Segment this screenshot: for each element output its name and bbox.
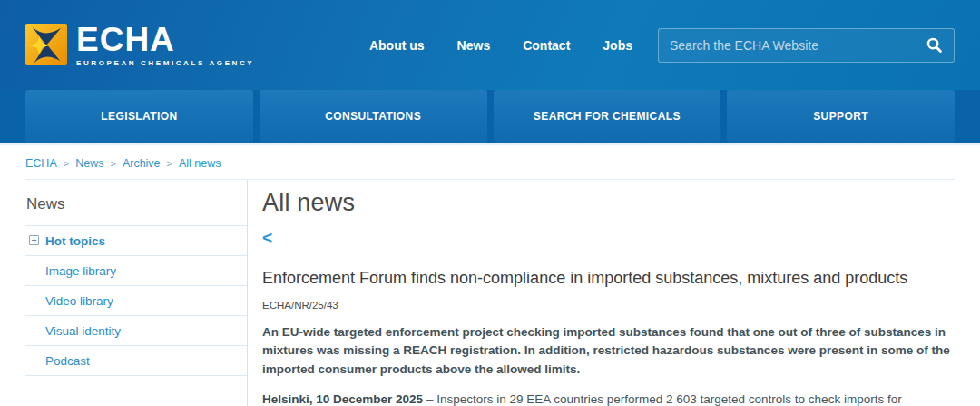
breadcrumb-separator: > — [167, 158, 172, 169]
sidebar-item-image-library[interactable]: Image library — [25, 256, 247, 286]
breadcrumb-all-news[interactable]: All news — [179, 157, 221, 170]
search-button[interactable] — [924, 35, 945, 55]
article-body-paragraph: Helsinki, 10 December 2025 – Inspectors … — [262, 391, 955, 406]
breadcrumb: ECHA > News > Archive > All news — [0, 145, 980, 179]
logo-text: ECHA EUROPEAN CHEMICALS AGENCY — [76, 25, 254, 66]
breadcrumb-separator: > — [110, 158, 115, 169]
site-search — [658, 28, 955, 63]
search-icon — [926, 36, 943, 54]
sidebar-link-video-library[interactable]: Video library — [45, 294, 113, 308]
nav-button-support[interactable]: SUPPORT — [727, 90, 955, 143]
sidebar-item-visual-identity[interactable]: Visual identity — [25, 316, 247, 346]
sidebar-link-visual-identity[interactable]: Visual identity — [45, 324, 121, 338]
article-dateline: Helsinki, 10 December 2025 — [262, 392, 423, 406]
sidebar-title: News — [25, 180, 247, 226]
top-nav-contact[interactable]: Contact — [523, 38, 570, 53]
nav-button-legislation[interactable]: LEGISLATION — [25, 90, 253, 143]
breadcrumb-news[interactable]: News — [75, 157, 103, 170]
news-sidebar: News + Hot topics Image library Video li… — [25, 180, 248, 406]
main-nav: LEGISLATION CONSULTATIONS SEARCH FOR CHE… — [0, 90, 980, 143]
search-input[interactable] — [670, 38, 924, 53]
top-nav-news[interactable]: News — [457, 38, 491, 53]
top-nav-jobs[interactable]: Jobs — [603, 38, 632, 53]
top-nav: About us News Contact Jobs — [369, 38, 632, 53]
echa-logo[interactable]: ECHA EUROPEAN CHEMICALS AGENCY — [25, 24, 254, 67]
breadcrumb-archive[interactable]: Archive — [122, 157, 161, 170]
nav-button-consultations[interactable]: CONSULTATIONS — [260, 90, 487, 143]
logo-tagline: EUROPEAN CHEMICALS AGENCY — [76, 60, 254, 67]
site-header: ECHA EUROPEAN CHEMICALS AGENCY About us … — [0, 0, 980, 90]
sidebar-item-podcast[interactable]: Podcast — [25, 346, 247, 376]
article-reference: ECHA/NR/25/43 — [262, 300, 955, 311]
breadcrumb-echa[interactable]: ECHA — [25, 157, 57, 170]
sidebar-link-image-library[interactable]: Image library — [45, 264, 116, 278]
sidebar-item-hot-topics[interactable]: + Hot topics — [25, 226, 247, 256]
breadcrumb-separator: > — [64, 158, 69, 169]
echa-star-icon — [25, 24, 67, 65]
sidebar-link-podcast[interactable]: Podcast — [45, 354, 90, 368]
top-nav-about-us[interactable]: About us — [369, 38, 425, 53]
back-chevron-icon[interactable]: < — [262, 229, 272, 246]
main-content: All news < Enforcement Forum finds non-c… — [248, 180, 955, 406]
nav-button-search-for-chemicals[interactable]: SEARCH FOR CHEMICALS — [494, 90, 721, 143]
article-intro: An EU-wide targeted enforcement project … — [262, 323, 955, 379]
sidebar-link-hot-topics[interactable]: Hot topics — [45, 234, 105, 248]
sidebar-item-video-library[interactable]: Video library — [25, 286, 247, 316]
logo-acronym: ECHA — [76, 25, 254, 54]
expand-plus-icon[interactable]: + — [29, 235, 39, 245]
page-title: All news — [262, 189, 955, 217]
article-title: Enforcement Forum finds non-compliance i… — [262, 269, 955, 288]
